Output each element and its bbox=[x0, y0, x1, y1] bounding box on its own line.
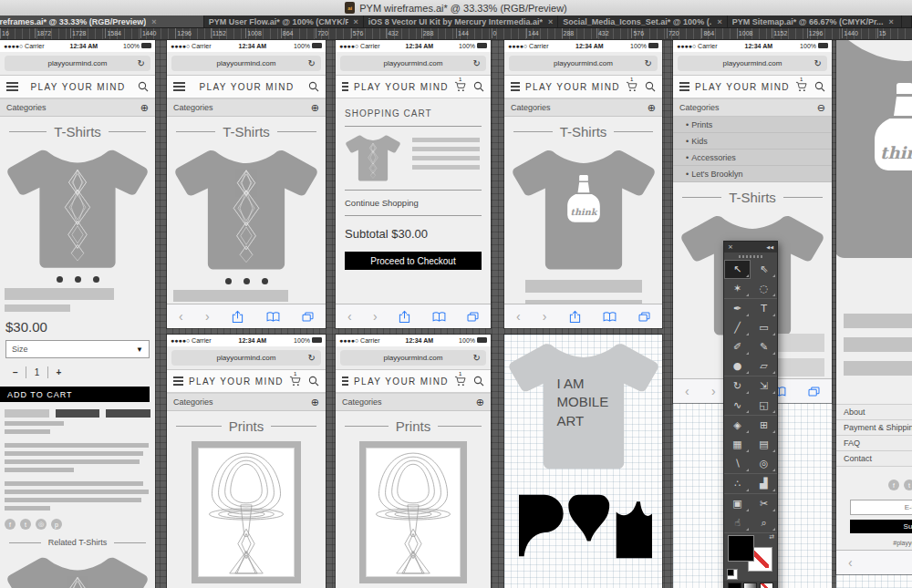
width-tool[interactable]: ∿ bbox=[724, 396, 751, 415]
tab-pym-p[interactable]: × PYM P bbox=[902, 15, 912, 27]
forward-icon[interactable]: › bbox=[543, 310, 547, 323]
hamburger-menu-icon[interactable] bbox=[342, 80, 348, 94]
tab-pym-sitemap[interactable]: PYM Sitemap.ai* @ 66.67% (CMYK/Pr... × bbox=[728, 15, 902, 27]
url-field[interactable]: playyourmind.com ↻ bbox=[340, 56, 486, 71]
footer-link-contact[interactable]: Contact bbox=[836, 450, 912, 467]
share-icon[interactable] bbox=[232, 310, 244, 324]
selection-tool[interactable]: ↖ bbox=[724, 260, 751, 279]
menu-item-prints[interactable]: Prints bbox=[673, 117, 832, 133]
line-segment-tool[interactable]: ╱ bbox=[724, 318, 751, 337]
scale-tool[interactable]: ⇲ bbox=[751, 377, 777, 396]
footer-link-payment-shipping[interactable]: Payment & Shipping bbox=[836, 419, 912, 435]
none-button[interactable] bbox=[760, 583, 773, 588]
facebook-icon[interactable]: f bbox=[888, 480, 899, 490]
footer-link-about[interactable]: About bbox=[836, 404, 912, 419]
artboard-prints-2[interactable]: ●●●●○ Carrier 12:34 AM 100% playyourmind… bbox=[336, 335, 491, 588]
mobile-art-tshirt[interactable]: I AM MOBILE ART bbox=[506, 340, 661, 477]
categories-bar[interactable]: Categories ⊕ bbox=[167, 98, 326, 117]
categories-bar[interactable]: Categories ⊕ bbox=[0, 98, 155, 117]
search-icon[interactable] bbox=[814, 81, 825, 92]
bookmarks-icon[interactable] bbox=[432, 312, 446, 322]
paintbrush-tool[interactable]: ✐ bbox=[724, 337, 751, 356]
direct-selection-tool[interactable]: ⇖ bbox=[751, 260, 777, 279]
artboard-shopping-cart[interactable]: ●●●●○ Carrier 12:34 AM 100% playyourmind… bbox=[336, 40, 491, 328]
menu-item-kids[interactable]: Kids bbox=[673, 133, 832, 150]
artboard-product-top[interactable]: ●●●●○ Carrier 12:34 AM 100% playyourmind… bbox=[167, 40, 326, 328]
back-icon[interactable]: ‹ bbox=[347, 310, 352, 323]
tshirt-artwork[interactable] bbox=[172, 147, 320, 273]
rotate-tool[interactable]: ↻ bbox=[724, 377, 751, 396]
cart-icon[interactable]: 1 bbox=[795, 81, 807, 93]
continue-shopping-link[interactable]: Continue Shopping bbox=[345, 198, 482, 208]
expand-icon[interactable]: ⊕ bbox=[648, 103, 656, 113]
mesh-tool[interactable]: ▦ bbox=[724, 435, 751, 454]
facebook-icon[interactable]: f bbox=[5, 519, 16, 530]
illustrator-canvas[interactable]: ●●●●○ Carrier 12:34 AM 100% playyourmind… bbox=[0, 40, 912, 588]
artboard-mobile-art[interactable]: I AM MOBILE ART bbox=[504, 335, 662, 588]
cart-icon[interactable]: 1 bbox=[289, 376, 301, 387]
hand-tool[interactable]: ☝ bbox=[724, 513, 751, 532]
collapse-panel-icon[interactable]: ◀◀ bbox=[766, 244, 773, 250]
eyedropper-tool[interactable]: ∖ bbox=[724, 454, 751, 473]
cart-icon[interactable]: 1 bbox=[454, 376, 466, 387]
share-icon[interactable] bbox=[399, 310, 410, 324]
search-icon[interactable] bbox=[138, 81, 149, 92]
expand-icon[interactable]: ⊕ bbox=[476, 397, 484, 407]
categories-bar[interactable]: Categories ⊕ bbox=[504, 98, 662, 117]
bookmarks-icon[interactable] bbox=[603, 312, 617, 322]
forward-icon[interactable]: › bbox=[711, 385, 716, 397]
color-button[interactable] bbox=[728, 583, 741, 588]
expand-icon[interactable]: ⊕ bbox=[140, 103, 149, 113]
hamburger-menu-icon[interactable] bbox=[342, 375, 348, 388]
blob-brush-tool[interactable]: ● bbox=[724, 356, 751, 376]
fill-swatch-black[interactable] bbox=[728, 535, 754, 562]
categories-bar[interactable]: Categories ⊖ bbox=[673, 98, 832, 117]
hamburger-menu-icon[interactable] bbox=[511, 80, 520, 94]
back-icon[interactable]: ‹ bbox=[516, 310, 521, 323]
pinterest-icon[interactable]: p bbox=[51, 519, 62, 530]
artboard-prints-1[interactable]: ●●●●○ Carrier 12:34 AM 100% playyourmind… bbox=[167, 335, 326, 588]
close-tab-icon[interactable]: × bbox=[354, 17, 358, 26]
twitter-icon[interactable]: t bbox=[20, 519, 31, 530]
hamburger-menu-icon[interactable] bbox=[6, 80, 18, 94]
social-icons[interactable]: f t ◎ p bbox=[5, 519, 150, 530]
lasso-tool[interactable]: ◌ bbox=[751, 279, 777, 298]
footer-link-faq[interactable]: FAQ bbox=[836, 435, 912, 450]
framed-print-artwork[interactable] bbox=[192, 441, 301, 583]
expand-icon[interactable]: ⊕ bbox=[311, 397, 319, 407]
reload-icon[interactable]: ↻ bbox=[645, 59, 652, 68]
close-tab-icon[interactable]: × bbox=[717, 17, 721, 26]
slice-tool[interactable]: ✂ bbox=[751, 494, 777, 513]
swap-fill-stroke-icon[interactable]: ⇄ bbox=[769, 533, 774, 541]
pym-logo[interactable] bbox=[517, 493, 654, 560]
url-field[interactable]: playyourmind.com ↻ bbox=[171, 350, 321, 366]
submit-button[interactable]: Submit bbox=[850, 520, 912, 533]
framed-print-artwork[interactable] bbox=[359, 441, 467, 583]
expand-icon[interactable]: ⊕ bbox=[311, 103, 319, 113]
url-field[interactable]: playyourmind.com ↻ bbox=[340, 350, 486, 366]
instagram-icon[interactable]: ◎ bbox=[36, 519, 47, 530]
type-tool[interactable]: T bbox=[751, 299, 777, 318]
tab-pym-wireframes[interactable]: PYM wireframes.ai* @ 33.33% (RGB/Preview… bbox=[0, 15, 204, 27]
reload-icon[interactable]: ↻ bbox=[814, 59, 822, 68]
tools-panel-header[interactable]: × ◀◀ bbox=[724, 242, 777, 253]
qty-minus-button[interactable]: − bbox=[5, 367, 26, 377]
collapse-icon[interactable]: ⊖ bbox=[817, 103, 825, 113]
search-icon[interactable] bbox=[645, 81, 656, 92]
categories-bar[interactable]: Categories ⊕ bbox=[167, 393, 326, 411]
pen-tool[interactable]: ✒ bbox=[724, 299, 751, 318]
forward-icon[interactable]: › bbox=[373, 310, 378, 323]
url-field[interactable]: playyourmind.com ↻ bbox=[509, 56, 658, 71]
gradient-button[interactable] bbox=[743, 583, 757, 588]
shape-builder-tool[interactable]: ◈ bbox=[724, 416, 751, 435]
close-tab-icon[interactable]: × bbox=[151, 17, 156, 26]
tab-social-media-icons[interactable]: Social_Media_Icons_Set.ai* @ 100% (... × bbox=[558, 15, 727, 27]
search-icon[interactable] bbox=[473, 81, 484, 92]
size-select[interactable]: Size ▼ bbox=[5, 340, 150, 358]
symbol-sprayer-tool[interactable]: ∴ bbox=[724, 474, 751, 493]
checkout-button[interactable]: Proceed to Checkout bbox=[345, 252, 482, 270]
tabs-icon[interactable] bbox=[302, 312, 314, 322]
share-icon[interactable] bbox=[569, 310, 581, 324]
panel-drag-handle[interactable] bbox=[724, 253, 777, 260]
tshirt-artwork[interactable] bbox=[836, 40, 912, 263]
